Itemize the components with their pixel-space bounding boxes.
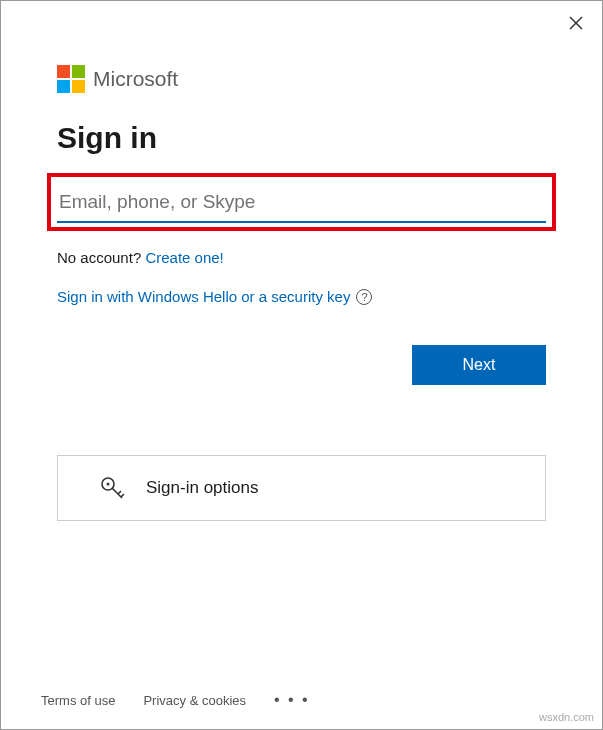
no-account-row: No account? Create one! (57, 249, 546, 266)
dialog-content: Microsoft Sign in No account? Create one… (1, 1, 602, 521)
windows-hello-link[interactable]: Sign in with Windows Hello or a security… (57, 288, 350, 305)
help-icon[interactable]: ? (356, 289, 372, 305)
microsoft-logo-icon (57, 65, 85, 93)
next-button[interactable]: Next (412, 345, 546, 385)
signin-dialog: Microsoft Sign in No account? Create one… (0, 0, 603, 730)
page-title: Sign in (57, 121, 546, 155)
svg-line-5 (118, 491, 121, 494)
signin-options-label: Sign-in options (146, 478, 258, 498)
button-row: Next (57, 345, 546, 385)
no-account-text: No account? (57, 249, 141, 266)
svg-line-6 (121, 494, 124, 497)
brand-row: Microsoft (57, 65, 546, 93)
privacy-link[interactable]: Privacy & cookies (143, 693, 246, 708)
brand-text: Microsoft (93, 67, 178, 91)
input-highlight-box (47, 173, 556, 231)
watermark-text: wsxdn.com (539, 711, 594, 723)
identity-input[interactable] (57, 183, 546, 223)
footer: Terms of use Privacy & cookies • • • (41, 691, 310, 709)
key-icon (98, 474, 126, 502)
hello-row: Sign in with Windows Hello or a security… (57, 288, 546, 305)
close-icon (569, 16, 583, 30)
create-account-link[interactable]: Create one! (145, 249, 223, 266)
more-icon[interactable]: • • • (274, 691, 310, 709)
terms-link[interactable]: Terms of use (41, 693, 115, 708)
svg-point-3 (107, 483, 110, 486)
signin-options-button[interactable]: Sign-in options (57, 455, 546, 521)
close-button[interactable] (566, 13, 586, 33)
